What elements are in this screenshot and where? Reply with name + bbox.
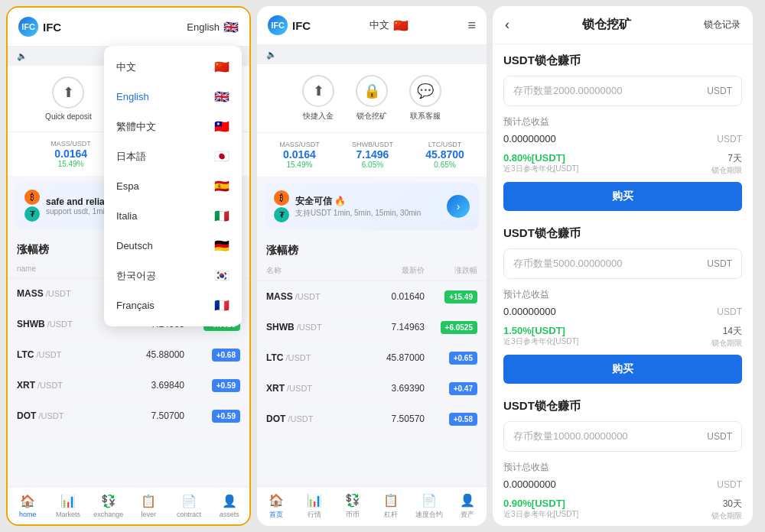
ticker-change-mass-2: 15.49% bbox=[279, 161, 320, 169]
mining-amount-label-0: 存币数量2000.00000000 bbox=[513, 84, 622, 98]
income-value-0: 0.00000000 bbox=[503, 133, 556, 144]
nav-assets-1[interactable]: 👤 assets bbox=[209, 494, 249, 518]
row-change-mass-2: +15.49 bbox=[425, 289, 477, 303]
action-deposit-1[interactable]: ⬆ Quick deposit bbox=[45, 76, 92, 121]
price-tickers-2: MASS/USDT 0.0164 15.49% SHWB/USDT 7.1496… bbox=[257, 132, 487, 177]
dropdown-flag-7: 🇰🇷 bbox=[214, 268, 230, 283]
mining-income-row-2: 0.00000000 USDT bbox=[503, 475, 742, 493]
banner-title-2: 安全可信 🔥 bbox=[295, 195, 441, 208]
table-row[interactable]: LTC /USDT 45.87000 +0.65 bbox=[257, 342, 487, 373]
lang-selector-1[interactable]: English 🇬🇧 bbox=[187, 20, 239, 34]
income-value-2: 0.00000000 bbox=[503, 478, 556, 490]
income-unit-2: USDT bbox=[717, 479, 742, 490]
dropdown-item-8[interactable]: Français 🇫🇷 bbox=[104, 290, 242, 320]
panel-chinese: IFC IFC 中文 🇨🇳 ≡ 🔈 ⬆ 快捷入金 🔒 锁仓挖矿 💬 联系客服 M… bbox=[257, 6, 487, 526]
hamburger-2[interactable]: ≡ bbox=[467, 18, 476, 34]
col-name-2: 名称 bbox=[266, 265, 346, 276]
lever-icon-1: 📋 bbox=[141, 494, 156, 508]
mining-card-1: USDT锁仓赚币 存币数量5000.00000000 USDT 预计总收益 0.… bbox=[503, 226, 742, 384]
logo-1: IFC IFC bbox=[18, 17, 61, 37]
mining-income-row-1: 0.00000000 USDT bbox=[503, 303, 742, 320]
panel-lock-mining: ‹ 锁仓挖矿 锁仓记录 USDT锁仓赚币 存币数量2000.00000000 U… bbox=[493, 6, 753, 526]
table-row[interactable]: XRT /USDT 3.69390 +0.47 bbox=[257, 373, 487, 404]
table-row[interactable]: LTC /USDT 45.88000 +0.68 bbox=[8, 339, 249, 370]
nav-markets-1[interactable]: 📊 Markets bbox=[48, 494, 89, 518]
dropdown-label-3: 日本語 bbox=[116, 150, 146, 164]
dropdown-item-3[interactable]: 日本語 🇯🇵 bbox=[104, 141, 242, 171]
back-button[interactable]: ‹ bbox=[505, 17, 509, 33]
nav-lever-1[interactable]: 📋 lever bbox=[129, 494, 169, 518]
nav-markets-label-1: Markets bbox=[56, 511, 80, 518]
mining-amount-label-2: 存币数量10000.00000000 bbox=[513, 430, 628, 443]
mining-amount-row-2: 存币数量10000.00000000 USDT bbox=[513, 430, 732, 443]
section-header-2: 涨幅榜 bbox=[257, 236, 487, 261]
row-name-xrt-1: XRT /USDT bbox=[17, 380, 101, 391]
dropdown-item-7[interactable]: 한국어공 🇰🇷 bbox=[104, 261, 242, 290]
nav-exchange-1[interactable]: 💱 exchange bbox=[88, 494, 129, 518]
logo-text-1: IFC bbox=[43, 21, 61, 34]
income-label-1: 预计总收益 bbox=[503, 285, 742, 303]
dropdown-label-1: English bbox=[116, 91, 149, 102]
dropdown-item-5[interactable]: Italia 🇮🇹 bbox=[104, 201, 242, 231]
nav-lever-2[interactable]: 📋 杠杆 bbox=[372, 493, 410, 520]
panel3-header: ‹ 锁仓挖矿 锁仓记录 bbox=[493, 6, 753, 44]
rate-row-2: 0.90%[USDT] 近3日参考年化[USDT] 30天 锁仓期限 bbox=[503, 498, 742, 521]
nav-speed-2[interactable]: 📄 速度合约 bbox=[410, 493, 448, 520]
nav-home-1[interactable]: 🏠 home bbox=[8, 494, 48, 518]
nav-home-label-1: home bbox=[19, 511, 37, 518]
bottom-nav-1: 🏠 home 📊 Markets 💱 exchange 📋 lever 📄 co… bbox=[8, 487, 249, 524]
logo-icon-2: IFC bbox=[268, 15, 288, 35]
action-mining-2[interactable]: 🔒 锁仓挖矿 bbox=[356, 75, 388, 122]
topbar-2: IFC IFC 中文 🇨🇳 ≡ bbox=[257, 6, 487, 45]
banner-2[interactable]: ₿ ₮ 安全可信 🔥 支持USDT 1min, 5min, 15min, 30m… bbox=[265, 183, 479, 230]
rate-value-2: 0.90%[USDT] bbox=[503, 498, 578, 509]
lever-icon-2: 📋 bbox=[383, 493, 399, 508]
nav-assets-2[interactable]: 👤 资产 bbox=[448, 493, 487, 520]
home-icon-2: 🏠 bbox=[269, 493, 284, 508]
buy-button-1[interactable]: 购买 bbox=[503, 355, 742, 384]
dropdown-item-6[interactable]: Deutsch 🇩🇪 bbox=[104, 231, 242, 261]
buy-button-0[interactable]: 购买 bbox=[503, 182, 742, 211]
dropdown-item-2[interactable]: 繁體中文 🇹🇼 bbox=[104, 112, 242, 141]
dropdown-item-4[interactable]: Espa 🇪🇸 bbox=[104, 171, 242, 201]
row-name-mass-2: MASS /USDT bbox=[266, 291, 346, 302]
nav-home-2[interactable]: 🏠 首页 bbox=[257, 493, 295, 520]
table-row[interactable]: MASS /USDT 0.01640 +15.49 bbox=[257, 281, 487, 312]
dropdown-label-5: Italia bbox=[116, 210, 137, 222]
table-2: 名称 最新价 涨跌幅 MASS /USDT 0.01640 +15.49 SHW… bbox=[257, 261, 487, 486]
table-row[interactable]: DOT /USDT 7.50700 +0.59 bbox=[8, 401, 249, 431]
btc-icon-1: ₿ bbox=[24, 190, 40, 205]
banner-sub-2: 支持USDT 1min, 5min, 15min, 30min bbox=[295, 208, 441, 219]
dropdown-flag-0: 🇨🇳 bbox=[214, 60, 230, 74]
banner-icons-2: ₿ ₮ bbox=[274, 190, 289, 222]
lang-dropdown: 中文 🇨🇳 English 🇬🇧 繁體中文 🇹🇼 日本語 🇯🇵 Espa 🇪🇸 … bbox=[104, 46, 242, 326]
nav-contract-1[interactable]: 📄 contract bbox=[169, 494, 210, 518]
nav-assets-label-1: assets bbox=[220, 511, 239, 518]
logo-2: IFC IFC bbox=[268, 15, 311, 35]
table-row[interactable]: SHWB /USDT 7.14963 +6.0525 bbox=[257, 312, 487, 342]
panel3-records-link[interactable]: 锁仓记录 bbox=[704, 18, 741, 31]
rate-label-0: 近3日参考年化[USDT] bbox=[503, 164, 578, 174]
dropdown-item-0[interactable]: 中文 🇨🇳 bbox=[104, 52, 242, 82]
ticker-price-mass-2: 0.0164 bbox=[279, 148, 320, 161]
rate-row-1: 1.50%[USDT] 近3日参考年化[USDT] 14天 锁仓期限 bbox=[503, 325, 742, 349]
row-name-shwb-1: SHWB /USDT bbox=[17, 319, 101, 329]
mining-card-0: USDT锁仓赚币 存币数量2000.00000000 USDT 预计总收益 0.… bbox=[503, 54, 742, 211]
action-deposit-2[interactable]: ⬆ 快捷入金 bbox=[302, 75, 334, 122]
table-row[interactable]: XRT /USDT 3.69840 +0.59 bbox=[8, 370, 249, 401]
action-icon-mining-2: 🔒 bbox=[356, 75, 388, 107]
banner-arrow-2[interactable]: › bbox=[447, 195, 470, 218]
mining-amount-unit-0: USDT bbox=[707, 86, 732, 96]
table-row[interactable]: DOT /USDT 7.50570 +0.58 bbox=[257, 404, 487, 434]
lang-selector-2[interactable]: 中文 🇨🇳 bbox=[369, 18, 409, 33]
action-label-deposit-2: 快捷入金 bbox=[303, 111, 334, 122]
nav-coin-2[interactable]: 💱 币币 bbox=[334, 493, 372, 520]
rate-row-0: 0.80%[USDT] 近3日参考年化[USDT] 7天 锁仓期限 bbox=[503, 152, 742, 176]
usdt-icon-1: ₮ bbox=[24, 206, 40, 222]
action-contact-2[interactable]: 💬 联系客服 bbox=[409, 75, 441, 122]
nav-market-2[interactable]: 📊 行情 bbox=[295, 493, 334, 520]
dropdown-label-7: 한국어공 bbox=[116, 269, 156, 283]
dropdown-item-1[interactable]: English 🇬🇧 bbox=[104, 82, 242, 112]
action-icon-deposit-1: ⬆ bbox=[52, 76, 84, 109]
rate-label-1: 近3日参考年化[USDT] bbox=[503, 336, 578, 347]
